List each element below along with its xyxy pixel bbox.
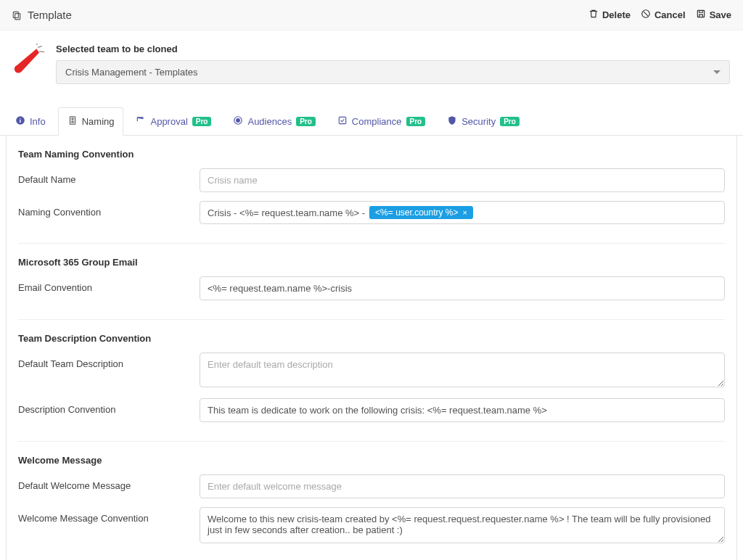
row-naming-convention: Naming Convention Crisis - <%= request.t… bbox=[18, 201, 725, 224]
tab-naming[interactable]: Naming bbox=[58, 107, 124, 136]
naming-panel: Team Naming Convention Default Name Nami… bbox=[6, 136, 737, 560]
row-description-convention: Description Convention bbox=[18, 398, 725, 422]
page-title-text: Template bbox=[28, 9, 72, 21]
default-welcome-label: Default Welcome Message bbox=[18, 474, 192, 491]
save-label: Save bbox=[710, 9, 731, 20]
shield-icon bbox=[447, 115, 457, 128]
team-select-value: Crisis Management - Templates bbox=[65, 67, 198, 78]
page-header: Template Delete Cancel Save bbox=[0, 0, 743, 30]
tab-approval-label: Approval bbox=[150, 116, 187, 127]
svg-rect-0 bbox=[13, 12, 18, 17]
section-group-email: Microsoft 365 Group Email Email Conventi… bbox=[18, 257, 725, 320]
default-welcome-input[interactable] bbox=[200, 474, 725, 498]
save-icon bbox=[696, 9, 706, 21]
compliance-icon bbox=[337, 115, 348, 128]
save-button[interactable]: Save bbox=[696, 9, 731, 21]
row-welcome-convention: Welcome Message Convention bbox=[18, 507, 725, 545]
tab-security[interactable]: Security Pro bbox=[438, 107, 529, 136]
default-name-label: Default Name bbox=[18, 168, 192, 185]
team-select-section: Selected team to be cloned Crisis Manage… bbox=[0, 30, 743, 91]
header-actions: Delete Cancel Save bbox=[588, 9, 731, 21]
template-icon bbox=[12, 10, 22, 20]
team-select-label: Selected team to be cloned bbox=[56, 44, 730, 54]
chevron-down-icon bbox=[713, 70, 721, 74]
approval-icon bbox=[136, 115, 146, 128]
trash-icon bbox=[588, 9, 599, 21]
tab-info[interactable]: i Info bbox=[6, 107, 55, 136]
naming-icon bbox=[67, 115, 78, 128]
svg-rect-3 bbox=[697, 10, 704, 17]
section-title: Team Naming Convention bbox=[18, 149, 725, 160]
default-name-input[interactable] bbox=[200, 168, 725, 192]
info-icon: i bbox=[15, 115, 25, 128]
close-icon[interactable]: × bbox=[463, 208, 467, 217]
description-convention-label: Description Convention bbox=[18, 398, 192, 415]
row-default-welcome: Default Welcome Message bbox=[18, 474, 725, 498]
tab-naming-label: Naming bbox=[82, 116, 115, 127]
svg-point-4 bbox=[15, 65, 22, 73]
tab-compliance-label: Compliance bbox=[352, 116, 402, 127]
cancel-button[interactable]: Cancel bbox=[641, 9, 686, 21]
tab-approval[interactable]: Approval Pro bbox=[126, 107, 221, 136]
row-email-convention: Email Convention bbox=[18, 276, 725, 300]
tab-audiences-label: Audiences bbox=[247, 116, 292, 127]
section-team-naming: Team Naming Convention Default Name Nami… bbox=[18, 149, 725, 244]
naming-convention-input[interactable]: Crisis - <%= request.team.name %> - <%= … bbox=[200, 201, 725, 224]
email-convention-input[interactable] bbox=[200, 276, 725, 300]
section-welcome: Welcome Message Default Welcome Message … bbox=[18, 455, 725, 560]
description-convention-input[interactable] bbox=[200, 398, 725, 422]
tab-audiences[interactable]: Audiences Pro bbox=[223, 107, 324, 136]
cancel-label: Cancel bbox=[654, 9, 686, 20]
email-convention-label: Email Convention bbox=[18, 276, 192, 293]
section-title: Welcome Message bbox=[18, 455, 725, 466]
svg-point-10 bbox=[237, 119, 240, 123]
team-select-body: Selected team to be cloned Crisis Manage… bbox=[56, 44, 730, 84]
section-team-description: Team Description Convention Default Team… bbox=[18, 333, 725, 442]
token-text: <%= user.country %> bbox=[375, 207, 458, 218]
tab-compliance[interactable]: Compliance Pro bbox=[328, 107, 435, 136]
default-description-label: Default Team Description bbox=[18, 353, 192, 369]
row-default-name: Default Name bbox=[18, 168, 725, 192]
tabs: i Info Naming Approval Pro Audiences Pro… bbox=[0, 107, 743, 136]
delete-label: Delete bbox=[602, 9, 631, 20]
pro-badge: Pro bbox=[406, 117, 426, 126]
pro-badge: Pro bbox=[296, 117, 316, 126]
convention-token-chip[interactable]: <%= user.country %> × bbox=[369, 206, 473, 219]
naming-convention-label: Naming Convention bbox=[18, 201, 192, 218]
tab-security-label: Security bbox=[461, 116, 496, 127]
cancel-icon bbox=[641, 9, 651, 21]
svg-rect-11 bbox=[339, 117, 345, 123]
megaphone-icon bbox=[13, 44, 46, 76]
welcome-convention-input[interactable] bbox=[200, 507, 725, 543]
svg-rect-1 bbox=[15, 13, 20, 19]
svg-point-8 bbox=[72, 118, 73, 120]
team-select-dropdown[interactable]: Crisis Management - Templates bbox=[56, 60, 730, 84]
delete-button[interactable]: Delete bbox=[588, 9, 631, 21]
section-title: Team Description Convention bbox=[18, 333, 725, 344]
tab-info-label: Info bbox=[30, 116, 46, 127]
row-default-description: Default Team Description bbox=[18, 353, 725, 390]
section-title: Microsoft 365 Group Email bbox=[18, 257, 725, 268]
page-title: Template bbox=[12, 9, 72, 21]
audiences-icon bbox=[233, 115, 243, 128]
pro-badge: Pro bbox=[500, 117, 520, 126]
convention-prefix: Crisis - <%= request.team.name %> - bbox=[208, 207, 365, 218]
welcome-convention-label: Welcome Message Convention bbox=[18, 507, 192, 524]
pro-badge: Pro bbox=[192, 117, 212, 126]
default-description-input[interactable] bbox=[200, 353, 725, 387]
